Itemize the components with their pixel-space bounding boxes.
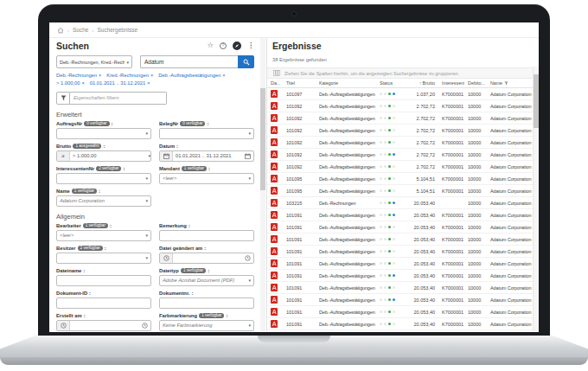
result-row[interactable]: 103215Deb.-Rechnungen20.053,4010000Adatu…: [267, 197, 539, 209]
search-button[interactable]: [238, 55, 254, 68]
bemerkung-field[interactable]: [159, 230, 254, 241]
column-header-kategorie[interactable]: Kategorie: [319, 80, 380, 86]
dateiname-field[interactable]: [56, 275, 151, 286]
dokument-id-field[interactable]: [56, 297, 151, 309]
clock-icon[interactable]: [242, 255, 253, 261]
clock-icon[interactable]: [57, 321, 70, 330]
column-header-file[interactable]: Da...: [271, 80, 286, 86]
besitzer-field[interactable]: ▾: [56, 253, 151, 264]
remove-chip-icon[interactable]: ×: [222, 73, 225, 78]
result-row[interactable]: 101092Deb.-Auftragsbestätigungen2.702,72…: [267, 112, 539, 125]
field-value: 01.01.2021 .. 31.12.2021: [173, 153, 242, 158]
name-field[interactable]: Adatum Corporation▾: [56, 195, 151, 207]
filter-chip[interactable]: 01.01.2021 .. 31.12.2021×: [90, 80, 150, 87]
result-row[interactable]: 101091Deb.-Auftragsbestätigungen20.053,4…: [267, 318, 539, 330]
form-field-brutto: Brutto1 ausgewählt:≥> 1.000,00▾: [56, 144, 151, 162]
search-input[interactable]: [140, 55, 238, 68]
results-scrollbar-thumb[interactable]: [534, 74, 539, 128]
form-field-dateityp: Dateityp1 verfügbar:Adobe Acrobat Docume…: [159, 268, 254, 286]
availability-badge: 1 verfügbar: [182, 166, 207, 172]
result-row[interactable]: 101095Deb.-Auftragsbestätigungen5.104,51…: [267, 185, 539, 197]
property-filter-input[interactable]: [70, 92, 167, 105]
result-row[interactable]: 101091Deb.-Auftragsbestätigungen20.053,4…: [267, 282, 539, 294]
belegnr-field[interactable]: ▾: [159, 128, 254, 139]
favorite-star-icon[interactable]: ☆: [207, 42, 214, 49]
column-header-name[interactable]: Name: [489, 80, 539, 86]
result-row[interactable]: 101091Deb.-Auftragsbestätigungen20.053,4…: [267, 330, 539, 331]
pdf-icon: [271, 90, 286, 99]
result-titel: 101092: [286, 104, 319, 109]
status-indicator: [380, 298, 407, 301]
result-row[interactable]: 101091Deb.-Auftragsbestätigungen20.053,4…: [267, 221, 539, 233]
dokumentnr--field[interactable]: [159, 297, 254, 309]
result-row[interactable]: 101091Deb.-Auftragsbestätigungen20.053,4…: [267, 246, 539, 258]
erstellt-am-field[interactable]: [56, 320, 151, 331]
search-scope-icon[interactable]: [233, 42, 241, 50]
result-interessent: K7000001: [437, 164, 464, 170]
result-row[interactable]: 101091Deb.-Auftragsbestätigungen20.053,4…: [267, 306, 539, 318]
bearbeiter-field[interactable]: <leer>▾: [56, 230, 151, 241]
result-row[interactable]: 101091Deb.-Auftragsbestätigungen20.053,4…: [267, 209, 539, 221]
result-row[interactable]: 101091Deb.-Auftragsbestätigungen20.053,4…: [267, 233, 539, 246]
brutto-field[interactable]: ≥> 1.000,00▾: [56, 150, 151, 162]
clock-icon[interactable]: [160, 253, 173, 263]
result-row[interactable]: 101092Deb.-Auftragsbestätigungen2.702,72…: [267, 100, 539, 112]
result-brutto: 20.053,40: [407, 297, 437, 303]
column-header-brutto[interactable]: ↑Brutto: [407, 80, 437, 86]
column-header-titel[interactable]: Titel: [286, 80, 319, 86]
kebab-menu-icon[interactable]: ⋮: [247, 42, 254, 49]
breadcrumb-item-suche[interactable]: Suche: [73, 27, 88, 33]
availability-badge: 1 verfügbar: [83, 223, 108, 229]
filter-chip[interactable]: > 1.000,00×: [56, 80, 85, 87]
result-interessent: K7000001: [437, 189, 464, 194]
calendar-icon[interactable]: [160, 151, 173, 161]
remove-chip-icon[interactable]: ×: [147, 80, 150, 86]
operator-icon[interactable]: ≥: [57, 151, 70, 161]
datum-field[interactable]: 01.01.2021 .. 31.12.2021: [159, 150, 254, 162]
mandant-field[interactable]: <leer>▾: [159, 173, 254, 184]
result-row[interactable]: 101091Deb.-Auftragsbestätigungen20.053,4…: [267, 258, 539, 270]
remove-chip-icon[interactable]: ×: [99, 73, 101, 78]
result-row[interactable]: 101097Deb.-Auftragsbestätigungen1.037,20…: [267, 88, 539, 100]
category-select[interactable]: Deb.-Rechnungen, Kred.-Rechnun... ▾: [56, 55, 132, 68]
pdf-icon: [271, 296, 286, 304]
status-indicator: [380, 226, 407, 228]
column-header-status[interactable]: Status: [380, 80, 407, 86]
result-titel: 103215: [286, 201, 319, 206]
remove-chip-icon[interactable]: ×: [150, 73, 153, 78]
left-scrollbar-thumb[interactable]: [260, 88, 265, 190]
result-row[interactable]: 101092Deb.-Auftragsbestätigungen2.702,72…: [267, 161, 539, 173]
filter-chip[interactable]: Deb.-Auftragsbestätigungen×: [158, 72, 225, 80]
column-header-debitor[interactable]: Debito...: [464, 80, 489, 86]
filter-chip[interactable]: Deb.-Rechnungen×: [56, 72, 101, 80]
group-drop-zone[interactable]: Ziehen Sie die Spalten hierhin, um die a…: [267, 67, 539, 79]
datei-ge-ndert-am-field[interactable]: [159, 253, 254, 264]
result-row[interactable]: 101092Deb.-Auftragsbestätigungen2.702,72…: [267, 125, 539, 137]
clock-icon[interactable]: [139, 323, 150, 329]
filter-chip[interactable]: Kred.-Rechnungen×: [106, 72, 153, 80]
dateityp-field[interactable]: Adobe Acrobat Document (PDF)▾: [159, 275, 254, 286]
breadcrumb-item-suchergebnisse[interactable]: Suchergebnisse: [97, 27, 137, 33]
result-row[interactable]: 101092Deb.-Auftragsbestätigungen2.702,72…: [267, 137, 539, 149]
field-label: Brutto1 ausgewählt:: [56, 144, 151, 150]
calendar-icon[interactable]: [242, 153, 253, 159]
result-row[interactable]: 101091Deb.-Auftragsbestätigungen20.053,4…: [267, 270, 539, 282]
field-label: Bearbeiter1 verfügbar:: [56, 223, 151, 229]
result-row[interactable]: 101091Deb.-Auftragsbestätigungen20.053,4…: [267, 294, 539, 306]
help-icon[interactable]: ?: [220, 42, 227, 49]
remove-chip-icon[interactable]: ×: [82, 80, 85, 86]
field-label: Datei geändert am:: [159, 246, 254, 252]
result-row[interactable]: 101095Deb.-Auftragsbestätigungen5.104,51…: [267, 173, 539, 185]
result-row[interactable]: 101092Deb.-Auftragsbestätigungen2.702,72…: [267, 149, 539, 161]
pdf-icon: [271, 187, 286, 195]
result-name: Adatum Corporation: [489, 140, 539, 145]
auftragsnr-field[interactable]: ▾: [56, 128, 151, 139]
home-icon[interactable]: [57, 27, 64, 34]
column-header-interessent[interactable]: Interessent...: [437, 80, 464, 86]
interessentennr-field[interactable]: ▾: [56, 173, 151, 184]
status-indicator: [380, 129, 407, 131]
form-field-datei-ge-ndert-am: Datei geändert am:: [159, 246, 254, 264]
field-label: BelegNr0 verfügbar:: [159, 121, 254, 127]
funnel-icon[interactable]: [56, 92, 70, 105]
farbmarkierung-field[interactable]: Keine Farbmarkierung▾: [159, 320, 254, 331]
